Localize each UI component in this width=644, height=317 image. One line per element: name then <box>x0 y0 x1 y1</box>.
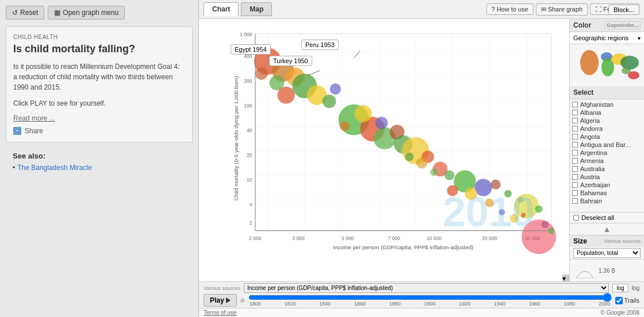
svg-point-34 <box>375 117 388 129</box>
tab-map[interactable]: Map <box>241 2 272 16</box>
svg-point-52 <box>510 214 519 223</box>
world-map-mini <box>573 47 641 84</box>
open-graph-menu-button[interactable]: ▦ Open graph menu <box>48 6 125 20</box>
svg-text:10: 10 <box>247 177 252 183</box>
deselect-all-label: Deselect all <box>581 214 614 221</box>
block-button[interactable]: Block... <box>608 5 639 15</box>
timeline-ticks: 1800 1820 1840 1860 1880 1900 1920 1940 … <box>248 301 612 307</box>
various-sources-label: Various sources <box>604 238 641 244</box>
share-row: + Share <box>13 127 185 135</box>
share-icon: + <box>13 127 21 135</box>
country-name: Armenia <box>580 157 604 164</box>
main-chart-area: Chart Map ? How to use ✉ Share graph ⛶ F… <box>198 0 644 317</box>
timeline-area: 1800 1820 1840 1860 1880 1900 1920 1940 … <box>248 295 612 307</box>
svg-point-43 <box>504 190 512 198</box>
svg-text:400: 400 <box>244 53 252 59</box>
country-checkbox-armenia[interactable] <box>572 158 578 164</box>
svg-text:1 000: 1 000 <box>240 32 252 37</box>
see-also-link[interactable]: The Bangladesh Miracle <box>17 164 91 172</box>
x-axis-select[interactable]: Income per person (GDP/capita, PPP$ infl… <box>244 283 609 293</box>
country-name: Australia <box>580 165 605 172</box>
article-body2: Click PLAY to see for yourself. <box>13 98 185 109</box>
color-section-header: Color Gapminder... <box>570 19 644 32</box>
timeline-icons: ⊞ <box>240 297 245 303</box>
size-select[interactable]: Population, total <box>573 248 641 258</box>
svg-text:4: 4 <box>250 202 252 207</box>
svg-point-45 <box>447 185 458 196</box>
country-checkbox-azerbaijan[interactable] <box>572 182 578 188</box>
see-also-title: See also: <box>13 152 186 160</box>
scatter-chart: Child mortality (0-5 year-olds dying per… <box>199 19 569 281</box>
svg-point-55 <box>522 219 556 254</box>
country-checkbox-algeria[interactable] <box>572 118 578 123</box>
article-section: CHILD HEALTH Is child mortality falling?… <box>6 26 193 142</box>
trails-label: Trails <box>624 297 639 304</box>
geo-regions-label: Geographic regions <box>573 34 628 41</box>
svg-point-42 <box>490 180 500 190</box>
size-arc <box>573 262 596 279</box>
terms-label[interactable]: Terms of use <box>204 310 236 316</box>
svg-point-58 <box>416 157 427 168</box>
article-title: Is child mortality falling? <box>13 42 185 56</box>
category-label: CHILD HEALTH <box>13 34 185 40</box>
timeline-slider[interactable] <box>248 295 612 300</box>
country-item-albania: Albania <box>572 109 642 117</box>
country-name: Andorra <box>580 125 603 132</box>
reset-button[interactable]: ↺ Reset <box>6 6 44 20</box>
svg-point-53 <box>521 213 526 218</box>
country-checkbox-australia[interactable] <box>572 166 578 172</box>
country-name: Afghanistan <box>580 101 614 108</box>
country-checkbox-andorra[interactable] <box>572 126 578 132</box>
play-label: Play <box>210 296 224 304</box>
svg-point-47 <box>514 194 539 218</box>
country-item-angola: Angola <box>572 133 642 141</box>
chart-header: Chart Map ? How to use ✉ Share graph ⛶ F… <box>199 0 644 19</box>
color-label: Color <box>573 21 591 29</box>
size-section: Size Various sources Population, total <box>570 235 644 281</box>
playback-row: Play ⊞ 1800 1820 1840 1860 1880 1900 <box>204 294 639 307</box>
svg-text:200: 200 <box>244 78 252 84</box>
country-checkbox-afghanistan[interactable] <box>572 102 578 107</box>
country-item-argentina: Argentina <box>572 149 642 157</box>
read-more-link[interactable]: Read more ... <box>13 114 185 122</box>
svg-point-31 <box>355 105 372 122</box>
tab-chart[interactable]: Chart <box>204 2 239 16</box>
trails-row: Trails <box>615 297 639 304</box>
reset-label: Reset <box>20 9 38 17</box>
play-button[interactable]: Play <box>204 294 237 307</box>
legend-icon-area: ▲ <box>570 223 644 235</box>
trails-checkbox[interactable] <box>615 297 623 304</box>
country-item-austria: Austria <box>572 173 642 181</box>
country-checkbox-bahrain[interactable] <box>572 198 578 204</box>
country-checkbox-austria[interactable] <box>572 174 578 180</box>
open-graph-label: Open graph menu <box>63 9 118 17</box>
country-item-australia: Australia <box>572 165 642 173</box>
country-item-bahamas: Bahamas <box>572 189 642 197</box>
size-header: Size Various sources <box>570 235 644 247</box>
deselect-all-checkbox[interactable] <box>573 215 579 221</box>
bottom-controls: Various sources Income per person (GDP/c… <box>199 281 644 308</box>
country-item-andorra: Andorra <box>572 125 642 133</box>
resize-handle[interactable]: ▾ <box>562 275 569 281</box>
country-checkbox-albania[interactable] <box>572 110 578 115</box>
fullscreen-icon: ⛶ <box>595 6 601 13</box>
svg-text:Income per person (GDP/capita,: Income per person (GDP/capita, PPP$ infl… <box>333 244 473 250</box>
country-checkbox-antigua[interactable] <box>572 142 578 148</box>
country-name: Azerbaijan <box>580 181 610 188</box>
country-checkbox-angola[interactable] <box>572 134 578 140</box>
country-checkbox-argentina[interactable] <box>572 150 578 156</box>
deselect-all-row: Deselect all <box>570 212 644 223</box>
country-item-azerbaijan: Azerbaijan <box>572 181 642 189</box>
share-label[interactable]: Share <box>25 127 43 135</box>
geo-regions-selector[interactable]: Geographic regions ▾ <box>570 32 644 44</box>
share-graph-button[interactable]: ✉ Share graph <box>536 3 588 16</box>
triangle-icon: ▲ <box>603 225 611 234</box>
svg-point-41 <box>465 188 477 200</box>
bullet: • <box>13 164 15 172</box>
x-log-button[interactable]: log <box>612 284 628 292</box>
country-checkbox-bahamas[interactable] <box>572 190 578 196</box>
svg-point-71 <box>622 67 631 74</box>
how-to-use-button[interactable]: ? How to use <box>486 3 534 15</box>
terms-bar: Terms of use © Google 2008 <box>199 308 644 317</box>
chart-svg-area: 2010 Egypt 1954 Peru 1953 Turkey 1950 Ch… <box>199 19 569 281</box>
